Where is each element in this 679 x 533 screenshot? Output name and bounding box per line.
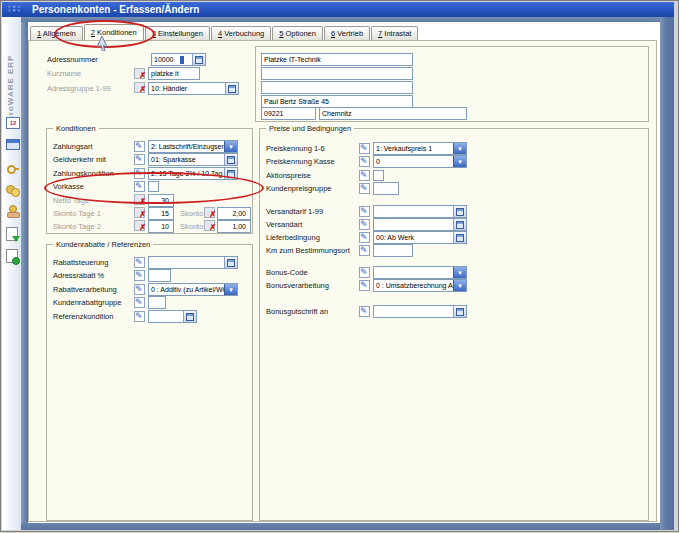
- application-window: Personenkonten - Erfassen/Ändern büroWAR…: [0, 0, 679, 533]
- konditionen-box-title: Konditionen: [53, 124, 99, 133]
- rabatte-box-title: Kundenrabatte / Referenzen: [53, 240, 153, 249]
- mouse-cursor-icon: [97, 36, 108, 55]
- preise-box-title: Preise und Bedingungen: [266, 124, 354, 133]
- window-border: [0, 0, 679, 532]
- annotation-ellipse-zahlungsart: [44, 172, 264, 204]
